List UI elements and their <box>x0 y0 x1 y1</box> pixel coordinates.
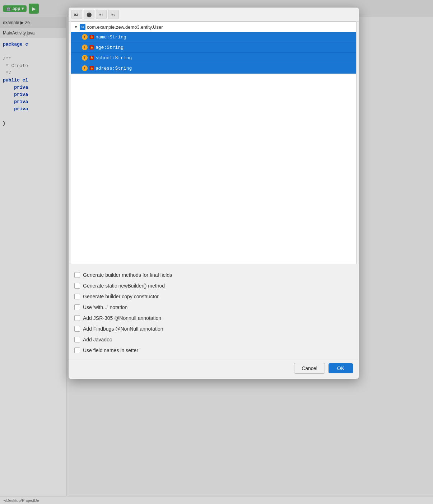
checkbox-label-javadoc: Add Javadoc <box>83 337 112 342</box>
checkbox-label-final-fields: Generate builder methods for final field… <box>83 272 172 278</box>
field-f-icon: f <box>82 45 88 50</box>
checkbox-label-jsr305: Add JSR-305 @Nonnull annotation <box>83 315 161 321</box>
tree-empty-area <box>71 74 356 264</box>
dialog-toolbar: az ↓ ⬤ ≡↑ ≡↓ <box>69 8 359 22</box>
field-f-icon: f <box>82 55 88 61</box>
class-icon: C <box>80 24 85 30</box>
field-row-adress[interactable]: f 🔒 adress:String <box>71 63 356 74</box>
tree-root-node[interactable]: ▼ C com.example.zew.demo3.entity.User <box>71 22 356 32</box>
field-age-text: age:String <box>96 45 124 50</box>
checkbox-label-findbugs: Add Findbugs @NonNull annotation <box>83 326 163 332</box>
field-f-icon: f <box>82 65 88 71</box>
cancel-button[interactable]: Cancel <box>294 363 325 374</box>
checkbox-label-copy-constructor: Generate builder copy constructor <box>83 294 159 299</box>
checkbox-row-field-names[interactable]: Use field names in setter <box>74 345 353 355</box>
checkbox-row-with-notation[interactable]: Use 'with...' notation <box>74 302 353 312</box>
circle-icon: ⬤ <box>87 12 92 17</box>
ok-button[interactable]: OK <box>329 363 353 373</box>
sort-az-button[interactable]: az ↓ <box>71 10 82 19</box>
expand-arrow-icon: ▼ <box>74 25 78 29</box>
checkbox-row-copy-constructor[interactable]: Generate builder copy constructor <box>74 291 353 302</box>
field-school-text: school:String <box>96 55 132 61</box>
checkbox-jsr305[interactable] <box>74 315 80 321</box>
checkbox-row-findbugs[interactable]: Add Findbugs @NonNull annotation <box>74 324 353 334</box>
checkbox-row-javadoc[interactable]: Add Javadoc <box>74 335 353 345</box>
field-adress-text: adress:String <box>96 66 132 71</box>
dialog-footer: Cancel OK <box>69 359 359 379</box>
checkbox-label-new-builder: Generate static newBuilder() method <box>83 283 165 289</box>
checkbox-javadoc[interactable] <box>74 337 80 342</box>
expand-button[interactable]: ⬤ <box>84 10 94 19</box>
field-name-text: name:String <box>96 34 126 40</box>
field-row-name[interactable]: f 🔒 name:String <box>71 32 356 42</box>
checkbox-copy-constructor[interactable] <box>74 294 80 299</box>
checkbox-new-builder[interactable] <box>74 283 80 289</box>
checkbox-row-jsr305[interactable]: Add JSR-305 @Nonnull annotation <box>74 313 353 323</box>
class-full-name: com.example.zew.demo3.entity.User <box>87 24 163 30</box>
collapse-all-button[interactable]: ≡↑ <box>96 10 107 19</box>
field-f-icon: f <box>82 34 88 40</box>
field-row-age[interactable]: f 🔒 age:String <box>71 42 356 53</box>
checkbox-row-new-builder[interactable]: Generate static newBuilder() method <box>74 281 353 291</box>
checkbox-row-final-fields[interactable]: Generate builder methods for final field… <box>74 270 353 280</box>
lock-icon: 🔒 <box>89 56 94 60</box>
checkbox-with-notation[interactable] <box>74 304 80 310</box>
checkbox-final-fields[interactable] <box>74 272 80 278</box>
expand-all-icon: ≡↓ <box>112 13 116 17</box>
class-tree: ▼ C com.example.zew.demo3.entity.User f … <box>71 22 357 264</box>
sort-arrow-icon: ↓ <box>78 13 80 16</box>
generate-builder-dialog: az ↓ ⬤ ≡↑ ≡↓ ▼ C com.example.zew.demo3.e… <box>68 7 359 379</box>
checkbox-label-field-names: Use field names in setter <box>83 347 138 353</box>
bottom-status-bar: ~/Desktop/ProjectDe <box>0 496 433 504</box>
bottom-path: ~/Desktop/ProjectDe <box>3 498 39 503</box>
lock-icon: 🔒 <box>89 35 94 39</box>
checkbox-findbugs[interactable] <box>74 326 80 332</box>
checkbox-label-with-notation: Use 'with...' notation <box>83 304 127 310</box>
lock-icon: 🔒 <box>89 45 94 50</box>
field-row-school[interactable]: f 🔒 school:String <box>71 53 356 63</box>
collapse-all-icon: ≡↑ <box>99 13 103 17</box>
options-section: Generate builder methods for final field… <box>69 266 359 359</box>
lock-icon: 🔒 <box>89 66 94 70</box>
expand-all-button[interactable]: ≡↓ <box>108 10 119 19</box>
sort-az-icon: az <box>74 12 78 17</box>
checkbox-field-names[interactable] <box>74 347 80 353</box>
